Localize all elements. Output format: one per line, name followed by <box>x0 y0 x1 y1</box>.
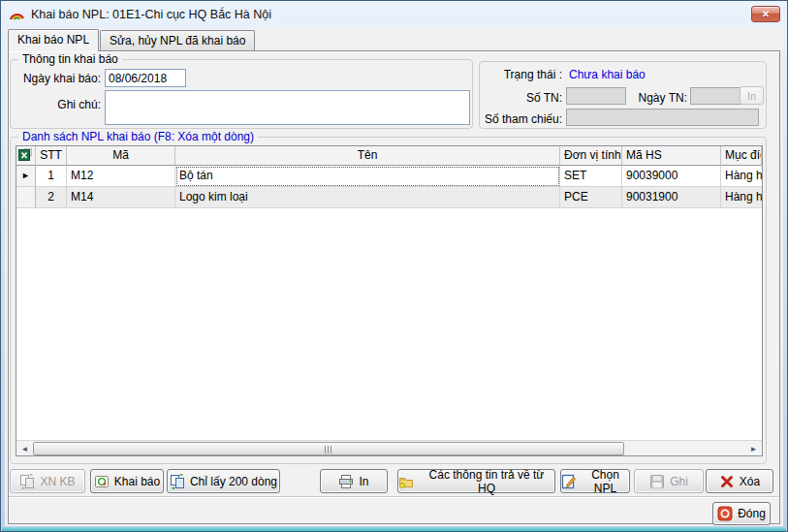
trang-thai-label: Trạng thái : <box>480 68 562 81</box>
col-header-muc-dich[interactable]: Mục đích s <box>721 146 762 166</box>
chi-lay-200-dong-button[interactable]: Chỉ lấy 200 dòng <box>167 469 280 493</box>
cell-don-vi-tinh[interactable]: PCE <box>560 187 622 208</box>
ngay-khai-bao-input[interactable] <box>105 69 186 87</box>
scrollbar-grip <box>325 446 333 454</box>
printer-icon <box>338 474 354 489</box>
col-header-ma[interactable]: Mã <box>67 146 175 166</box>
npl-data-grid[interactable]: STT Mã Tên Đơn vị tính Mã HS Mục đích s … <box>16 145 763 456</box>
grid-corner-cell[interactable] <box>16 146 36 166</box>
sync-pages-icon <box>170 474 185 489</box>
ghi-chu-textarea[interactable] <box>105 90 470 125</box>
cell-don-vi-tinh[interactable]: SET <box>560 166 622 187</box>
ghi-button: Ghi <box>634 469 704 493</box>
so-tham-chieu-label: Số tham chiếu: <box>480 112 562 126</box>
so-tn-input <box>566 87 626 105</box>
current-row-arrow-icon: ► <box>21 171 30 180</box>
tab-page-khai-bao: Thông tin khai báo Ngày khai báo: Ghi ch… <box>8 50 780 524</box>
xn-kb-button: XN KB <box>10 469 85 493</box>
table-row[interactable]: 2 M14 Logo kim loại PCE 90031900 Hàng hó… <box>16 187 762 208</box>
window-title: Khai báo NPL: 01E1-Chi cục HQ Bắc Hà Nội <box>31 8 271 21</box>
button-label: Đóng <box>738 507 766 520</box>
cell-muc-dich[interactable]: Hàng hóa ( <box>721 166 762 187</box>
button-label: Ghi <box>670 475 688 488</box>
edit-page-icon <box>561 474 577 489</box>
group-danh-sach-title: Danh sách NPL khai báo (F8: Xóa một dòng… <box>18 130 258 143</box>
row-selector-cell[interactable]: ► <box>16 166 36 187</box>
in-small-button[interactable]: In <box>740 86 764 105</box>
cell-ma-hs[interactable]: 90031900 <box>622 187 721 208</box>
button-label: Khai báo <box>114 475 160 488</box>
ngay-khai-bao-label: Ngày khai báo: <box>11 72 101 85</box>
scroll-right-icon[interactable]: ► <box>746 442 761 455</box>
close-icon: ✕ <box>762 9 770 19</box>
col-header-ten[interactable]: Tên <box>175 146 560 166</box>
client-area: Khai báo NPL Sửa, hủy NPL đã khai báo Th… <box>5 28 783 526</box>
col-header-don-vi-tinh[interactable]: Đơn vị tính <box>560 146 622 166</box>
cell-stt[interactable]: 2 <box>36 187 67 208</box>
button-label: Xóa <box>740 475 760 488</box>
group-title: Thông tin khai báo <box>18 52 122 66</box>
button-label: XN KB <box>40 475 75 488</box>
title-bar[interactable]: Khai báo NPL: 01E1-Chi cục HQ Bắc Hà Nội… <box>1 1 787 28</box>
khai-bao-button[interactable]: Khai báo <box>90 469 164 493</box>
scrollbar-thumb[interactable] <box>33 442 624 455</box>
cell-ten[interactable]: Bộ tán <box>175 166 560 187</box>
cell-ma-hs[interactable]: 90039000 <box>622 166 721 187</box>
group-danh-sach-npl: Danh sách NPL khai báo (F8: Xóa một dòng… <box>10 137 767 464</box>
tab-sua-huy-npl[interactable]: Sửa, hủy NPL đã khai báo <box>100 30 255 50</box>
cell-muc-dich[interactable]: Hàng hóa ( <box>721 187 762 208</box>
declare-mail-icon <box>94 474 110 489</box>
separator-line <box>9 496 779 498</box>
dong-button[interactable]: Đóng <box>712 502 771 525</box>
power-close-icon <box>717 506 733 521</box>
sync-pages-icon <box>19 474 35 489</box>
trang-thai-value: Chưa khai báo <box>569 68 646 81</box>
so-tn-label: Số TN: <box>480 91 562 105</box>
row-selector-cell[interactable] <box>16 187 36 208</box>
table-row[interactable]: ► 1 M12 Bộ tán SET 90039000 Hàng hóa ( <box>16 166 762 187</box>
tab-khai-bao-npl[interactable]: Khai báo NPL <box>8 29 99 51</box>
cell-ten[interactable]: Logo kim loại <box>175 187 560 208</box>
scroll-left-icon[interactable]: ◄ <box>17 442 32 455</box>
so-tham-chieu-input <box>566 109 759 126</box>
ghi-chu-label: Ghi chú: <box>11 98 101 111</box>
button-label: Chỉ lấy 200 dòng <box>190 475 277 488</box>
excel-export-icon <box>18 148 32 162</box>
xoa-button[interactable]: Xóa <box>706 469 773 493</box>
group-thong-tin-khai-bao: Thông tin khai báo Ngày khai báo: Ghi ch… <box>10 59 473 129</box>
ngay-tn-label: Ngày TN: <box>621 91 687 105</box>
button-label: Các thông tin trả về từ HQ <box>419 468 554 495</box>
app-logo-icon <box>9 8 25 21</box>
close-button[interactable]: ✕ <box>751 6 780 22</box>
delete-x-icon <box>719 474 735 489</box>
horizontal-scrollbar[interactable]: ◄ ► <box>16 440 762 455</box>
chon-npl-button[interactable]: Chọn NPL <box>560 469 630 493</box>
tab-strip: Khai báo NPL Sửa, hủy NPL đã khai báo <box>8 29 256 50</box>
grid-empty-area <box>16 208 762 440</box>
app-window: Khai báo NPL: 01E1-Chi cục HQ Bắc Hà Nội… <box>0 0 788 532</box>
save-floppy-icon <box>649 474 665 489</box>
cell-ma[interactable]: M14 <box>67 187 175 208</box>
cell-stt[interactable]: 1 <box>36 166 67 187</box>
in-button[interactable]: In <box>320 469 388 493</box>
cell-ma[interactable]: M12 <box>67 166 175 187</box>
col-header-ma-hs[interactable]: Mã HS <box>622 146 721 166</box>
button-label: Chọn NPL <box>582 468 629 495</box>
folder-return-icon <box>398 474 414 489</box>
button-label: In <box>359 475 368 488</box>
cac-thong-tin-tra-ve-button[interactable]: Các thông tin trả về từ HQ <box>397 469 555 493</box>
grid-header-row: STT Mã Tên Đơn vị tính Mã HS Mục đích s <box>16 146 762 166</box>
panel-trang-thai: Trạng thái : Chưa khai báo Số TN: Ngày T… <box>479 61 767 129</box>
col-header-stt[interactable]: STT <box>36 146 67 166</box>
